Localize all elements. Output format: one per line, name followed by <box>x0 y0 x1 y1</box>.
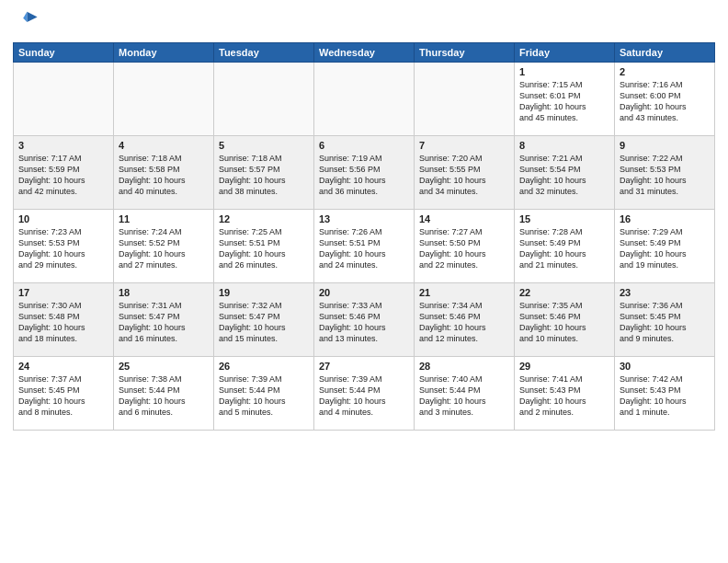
calendar-cell: 15Sunrise: 7:28 AM Sunset: 5:49 PM Dayli… <box>515 210 615 283</box>
day-info: Sunrise: 7:26 AM Sunset: 5:51 PM Dayligh… <box>319 226 409 271</box>
day-number: 24 <box>18 361 108 372</box>
day-number: 7 <box>419 140 509 151</box>
day-number: 5 <box>219 140 309 151</box>
day-info: Sunrise: 7:18 AM Sunset: 5:58 PM Dayligh… <box>119 153 209 198</box>
header <box>13 9 715 35</box>
day-info: Sunrise: 7:29 AM Sunset: 5:49 PM Dayligh… <box>620 226 710 271</box>
weekday-header-monday: Monday <box>114 43 214 63</box>
day-number: 1 <box>519 66 609 77</box>
calendar-cell: 4Sunrise: 7:18 AM Sunset: 5:58 PM Daylig… <box>114 136 214 210</box>
day-number: 20 <box>319 287 409 298</box>
day-info: Sunrise: 7:42 AM Sunset: 5:43 PM Dayligh… <box>620 373 710 419</box>
weekday-header-saturday: Saturday <box>615 43 715 63</box>
calendar-cell: 9Sunrise: 7:22 AM Sunset: 5:53 PM Daylig… <box>615 136 715 210</box>
day-info: Sunrise: 7:24 AM Sunset: 5:52 PM Dayligh… <box>119 226 209 271</box>
calendar-cell: 12Sunrise: 7:25 AM Sunset: 5:51 PM Dayli… <box>214 210 314 283</box>
page: SundayMondayTuesdayWednesdayThursdayFrid… <box>0 0 728 440</box>
calendar-cell: 27Sunrise: 7:39 AM Sunset: 5:44 PM Dayli… <box>314 357 415 431</box>
calendar-cell: 28Sunrise: 7:40 AM Sunset: 5:44 PM Dayli… <box>415 357 515 431</box>
day-number: 3 <box>18 140 108 151</box>
day-number: 27 <box>319 361 409 372</box>
day-number: 18 <box>119 287 209 298</box>
day-info: Sunrise: 7:40 AM Sunset: 5:44 PM Dayligh… <box>419 373 509 419</box>
calendar-cell <box>14 63 114 136</box>
calendar-cell <box>114 63 214 136</box>
weekday-header-row: SundayMondayTuesdayWednesdayThursdayFrid… <box>14 43 715 63</box>
day-info: Sunrise: 7:16 AM Sunset: 6:00 PM Dayligh… <box>620 79 710 124</box>
day-info: Sunrise: 7:36 AM Sunset: 5:45 PM Dayligh… <box>620 300 710 345</box>
calendar-cell: 24Sunrise: 7:37 AM Sunset: 5:45 PM Dayli… <box>14 357 114 431</box>
day-number: 13 <box>319 213 409 224</box>
day-info: Sunrise: 7:28 AM Sunset: 5:49 PM Dayligh… <box>519 226 609 271</box>
day-info: Sunrise: 7:32 AM Sunset: 5:47 PM Dayligh… <box>219 300 309 345</box>
day-number: 16 <box>620 213 710 224</box>
day-number: 2 <box>620 66 710 77</box>
calendar-cell: 8Sunrise: 7:21 AM Sunset: 5:54 PM Daylig… <box>515 136 615 210</box>
calendar-cell: 30Sunrise: 7:42 AM Sunset: 5:43 PM Dayli… <box>615 357 715 431</box>
day-info: Sunrise: 7:34 AM Sunset: 5:46 PM Dayligh… <box>419 300 509 345</box>
day-info: Sunrise: 7:33 AM Sunset: 5:46 PM Dayligh… <box>319 300 409 345</box>
day-info: Sunrise: 7:38 AM Sunset: 5:44 PM Dayligh… <box>119 373 209 419</box>
day-number: 12 <box>219 213 309 224</box>
day-number: 8 <box>519 140 609 151</box>
svg-rect-0 <box>13 9 39 35</box>
day-number: 9 <box>620 140 710 151</box>
calendar-cell: 21Sunrise: 7:34 AM Sunset: 5:46 PM Dayli… <box>415 283 515 357</box>
day-number: 10 <box>18 213 108 224</box>
day-info: Sunrise: 7:39 AM Sunset: 5:44 PM Dayligh… <box>319 373 409 419</box>
calendar-cell: 29Sunrise: 7:41 AM Sunset: 5:43 PM Dayli… <box>515 357 615 431</box>
calendar-cell: 7Sunrise: 7:20 AM Sunset: 5:55 PM Daylig… <box>415 136 515 210</box>
calendar-cell: 3Sunrise: 7:17 AM Sunset: 5:59 PM Daylig… <box>14 136 114 210</box>
week-row-2: 3Sunrise: 7:17 AM Sunset: 5:59 PM Daylig… <box>14 136 715 210</box>
day-info: Sunrise: 7:37 AM Sunset: 5:45 PM Dayligh… <box>18 373 108 419</box>
logo-icon <box>13 9 39 35</box>
weekday-header-tuesday: Tuesday <box>214 43 314 63</box>
day-number: 29 <box>519 361 609 372</box>
day-info: Sunrise: 7:17 AM Sunset: 5:59 PM Dayligh… <box>18 153 108 198</box>
day-number: 23 <box>620 287 710 298</box>
day-number: 11 <box>119 213 209 224</box>
day-number: 26 <box>219 361 309 372</box>
week-row-3: 10Sunrise: 7:23 AM Sunset: 5:53 PM Dayli… <box>14 210 715 283</box>
day-info: Sunrise: 7:39 AM Sunset: 5:44 PM Dayligh… <box>219 373 309 419</box>
day-number: 4 <box>119 140 209 151</box>
day-number: 21 <box>419 287 509 298</box>
day-info: Sunrise: 7:20 AM Sunset: 5:55 PM Dayligh… <box>419 153 509 198</box>
day-info: Sunrise: 7:15 AM Sunset: 6:01 PM Dayligh… <box>519 79 609 124</box>
calendar-cell: 10Sunrise: 7:23 AM Sunset: 5:53 PM Dayli… <box>14 210 114 283</box>
day-info: Sunrise: 7:25 AM Sunset: 5:51 PM Dayligh… <box>219 226 309 271</box>
day-info: Sunrise: 7:23 AM Sunset: 5:53 PM Dayligh… <box>18 226 108 271</box>
week-row-1: 1Sunrise: 7:15 AM Sunset: 6:01 PM Daylig… <box>14 63 715 136</box>
calendar-cell: 26Sunrise: 7:39 AM Sunset: 5:44 PM Dayli… <box>214 357 314 431</box>
weekday-header-sunday: Sunday <box>14 43 114 63</box>
calendar-cell: 20Sunrise: 7:33 AM Sunset: 5:46 PM Dayli… <box>314 283 415 357</box>
calendar-cell: 14Sunrise: 7:27 AM Sunset: 5:50 PM Dayli… <box>415 210 515 283</box>
calendar-cell: 16Sunrise: 7:29 AM Sunset: 5:49 PM Dayli… <box>615 210 715 283</box>
day-number: 6 <box>319 140 409 151</box>
day-info: Sunrise: 7:19 AM Sunset: 5:56 PM Dayligh… <box>319 153 409 198</box>
calendar-cell: 17Sunrise: 7:30 AM Sunset: 5:48 PM Dayli… <box>14 283 114 357</box>
calendar-cell: 19Sunrise: 7:32 AM Sunset: 5:47 PM Dayli… <box>214 283 314 357</box>
calendar-cell: 2Sunrise: 7:16 AM Sunset: 6:00 PM Daylig… <box>615 63 715 136</box>
calendar-cell: 1Sunrise: 7:15 AM Sunset: 6:01 PM Daylig… <box>515 63 615 136</box>
weekday-header-thursday: Thursday <box>415 43 515 63</box>
week-row-5: 24Sunrise: 7:37 AM Sunset: 5:45 PM Dayli… <box>14 357 715 431</box>
day-info: Sunrise: 7:27 AM Sunset: 5:50 PM Dayligh… <box>419 226 509 271</box>
day-number: 28 <box>419 361 509 372</box>
day-number: 17 <box>18 287 108 298</box>
day-info: Sunrise: 7:18 AM Sunset: 5:57 PM Dayligh… <box>219 153 309 198</box>
day-number: 25 <box>119 361 209 372</box>
day-number: 30 <box>620 361 710 372</box>
week-row-4: 17Sunrise: 7:30 AM Sunset: 5:48 PM Dayli… <box>14 283 715 357</box>
day-number: 22 <box>519 287 609 298</box>
calendar-cell: 13Sunrise: 7:26 AM Sunset: 5:51 PM Dayli… <box>314 210 415 283</box>
calendar-cell: 6Sunrise: 7:19 AM Sunset: 5:56 PM Daylig… <box>314 136 415 210</box>
calendar-cell: 22Sunrise: 7:35 AM Sunset: 5:46 PM Dayli… <box>515 283 615 357</box>
day-info: Sunrise: 7:22 AM Sunset: 5:53 PM Dayligh… <box>620 153 710 198</box>
weekday-header-friday: Friday <box>515 43 615 63</box>
logo <box>13 9 42 35</box>
weekday-header-wednesday: Wednesday <box>314 43 415 63</box>
calendar-cell <box>314 63 415 136</box>
calendar-cell: 5Sunrise: 7:18 AM Sunset: 5:57 PM Daylig… <box>214 136 314 210</box>
calendar: SundayMondayTuesdayWednesdayThursdayFrid… <box>13 42 715 431</box>
